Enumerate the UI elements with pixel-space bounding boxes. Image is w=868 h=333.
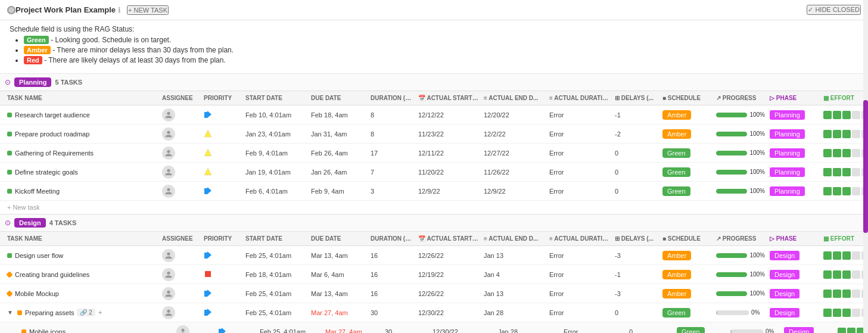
design-expand-icon[interactable]: ⊙	[5, 219, 11, 227]
col-actual-end: ≡ ACTUAL END D...	[481, 94, 547, 102]
scrollbar-thumb[interactable]	[863, 100, 868, 234]
task-dot	[7, 132, 12, 136]
svg-marker-3	[204, 149, 211, 156]
svg-marker-2	[204, 130, 211, 137]
task-dot	[6, 290, 13, 297]
table-row: ▼ Preparing assets 🔗 2 + Feb 25, 4:01am …	[0, 303, 868, 322]
table-row: Prepare product roadmap Jan 23, 4:01am J…	[0, 125, 868, 144]
planning-count: 5 TASKS	[55, 79, 82, 86]
col-phase: ▷ PHASE	[767, 94, 821, 102]
task-dot	[7, 113, 12, 117]
add-subtask-icon[interactable]: +	[98, 309, 102, 317]
svg-marker-1	[207, 111, 211, 118]
svg-marker-8	[207, 251, 211, 259]
col-schedule: ■ SCHEDULE	[660, 94, 714, 102]
col-actual-duration: ≡ ACTUAL DURATION (D...	[547, 94, 612, 102]
table-row: Mobile icons Feb 25, 4:01am Mar 27, 4am …	[0, 322, 868, 333]
col-progress: ↗ PROGRESS	[714, 94, 767, 102]
col-startdate: START DATE	[243, 94, 309, 102]
project-circle	[7, 6, 15, 14]
table-row: Design user flow Feb 25, 4:01am Mar 13, …	[0, 246, 868, 265]
task-dot	[7, 170, 12, 175]
green-badge: Green	[24, 36, 49, 44]
table-row: Kickoff Meeting Feb 6, 4:01am Feb 9, 4am…	[0, 182, 868, 201]
col-priority: PRIORITY	[201, 94, 243, 102]
svg-marker-13	[207, 309, 211, 316]
design-section-header: ⊙ Design 4 TASKS	[0, 214, 868, 232]
top-bar: Project Work Plan Example ℹ + NEW TASK ✓…	[0, 0, 868, 20]
col-effort: ▦ EFFORT	[821, 94, 868, 102]
svg-rect-12	[204, 310, 207, 316]
project-title: Project Work Plan Example	[15, 5, 116, 14]
col-actual-start: 📅 ACTUAL START D...	[416, 94, 481, 102]
planning-section: ⊙ Planning 5 TASKS TASK NAME ASSIGNEE PR…	[0, 74, 868, 214]
task-dot	[7, 189, 12, 194]
svg-rect-10	[204, 291, 207, 297]
task-dot	[21, 329, 26, 334]
legend-list: Green - Looking good. Schedule is on tar…	[10, 36, 858, 64]
svg-marker-6	[207, 187, 211, 194]
red-badge: Red	[24, 56, 42, 64]
expand-arrow-icon[interactable]: ▼	[7, 309, 13, 316]
task-name-cell: Research target audience	[5, 111, 160, 119]
hide-closed-button[interactable]: ✓ HIDE CLOSED	[807, 5, 861, 15]
col-duedate: DUE DATE	[309, 94, 368, 102]
info-panel: Schedule field is using the RAG Status: …	[0, 20, 868, 74]
amber-desc: - There are minor delays less than 30 da…	[52, 46, 234, 54]
svg-rect-0	[204, 112, 207, 118]
planning-new-task[interactable]: + New task	[0, 201, 868, 214]
task-dot	[7, 253, 12, 258]
svg-rect-9	[205, 271, 211, 277]
design-section: ⊙ Design 4 TASKS TASK NAME ASSIGNEE PRIO…	[0, 214, 868, 333]
legend-item-amber: Amber - There are minor delays less than…	[24, 46, 858, 54]
info-icon: ℹ	[118, 6, 121, 14]
col-delays: ⊞ DELAYS (...	[612, 94, 660, 102]
table-row: Gathering of Requirements Feb 9, 4:01am …	[0, 144, 868, 163]
legend-item-green: Green - Looking good. Schedule is on tar…	[24, 36, 858, 44]
svg-rect-5	[204, 188, 207, 194]
svg-rect-14	[219, 329, 222, 334]
task-dot	[17, 310, 22, 315]
amber-badge: Amber	[24, 46, 51, 54]
sub-count-badge: 🔗 2	[77, 309, 95, 316]
planning-col-headers: TASK NAME ASSIGNEE PRIORITY START DATE D…	[0, 91, 868, 105]
svg-rect-7	[204, 253, 207, 259]
legend-item-red: Red - There are likely delays of at leas…	[24, 56, 858, 64]
planning-tag: Planning	[14, 77, 51, 87]
planning-section-header: ⊙ Planning 5 TASKS	[0, 74, 868, 91]
table-row: Mobile Mockup Feb 25, 4:01am Mar 13, 4am…	[0, 284, 868, 303]
task-dot	[7, 151, 12, 155]
table-row: Research target audience Feb 10, 4:01am …	[0, 105, 868, 125]
green-desc: - Looking good. Schedule is on target.	[51, 36, 171, 44]
info-description: Schedule field is using the RAG Status:	[10, 25, 858, 33]
scrollbar-track[interactable]	[863, 0, 868, 333]
col-assignee: ASSIGNEE	[160, 94, 201, 102]
planning-expand-icon[interactable]: ⊙	[5, 78, 11, 86]
red-desc: - There are likely delays of at least 30…	[44, 56, 226, 64]
design-col-headers: TASK NAME ASSIGNEE PRIORITY START DATE D…	[0, 232, 868, 246]
table-row: Creating brand guidelines Feb 18, 4:01am…	[0, 265, 868, 284]
svg-marker-4	[204, 168, 211, 175]
new-task-button[interactable]: + NEW TASK	[127, 5, 169, 15]
task-name: Research target audience	[15, 111, 90, 119]
design-tag: Design	[14, 218, 46, 228]
table-row: Define strategic goals Jan 19, 4:01am Ja…	[0, 163, 868, 182]
design-count: 4 TASKS	[49, 219, 77, 226]
task-dot	[6, 271, 13, 278]
svg-marker-15	[222, 328, 226, 334]
col-taskname: TASK NAME	[5, 94, 160, 102]
svg-marker-11	[207, 290, 211, 297]
col-duration: DURATION (D...	[368, 94, 416, 102]
